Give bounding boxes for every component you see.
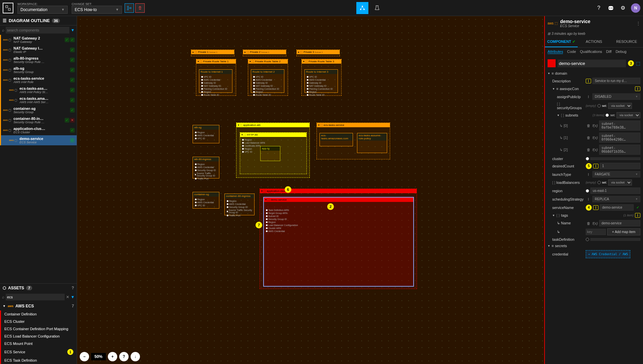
outline-item[interactable]: aws ⬡NAT Gateway 2NAT Gateway✓✓ — [0, 35, 77, 45]
workspace-select[interactable]: Documentation▼ — [17, 6, 68, 14]
svg-point-9 — [612, 7, 613, 8]
subtab-debug[interactable]: Debug — [616, 50, 626, 54]
zoom-controls: − 50% + ? ↓ — [80, 352, 140, 361]
outline-item[interactable]: aws ⬡demo-serviceECS Service✓ — [0, 135, 77, 145]
outline-header: ☰ DIAGRAM OUTLINE 36 — [0, 16, 77, 25]
more-icon[interactable]: ⋮ — [636, 21, 640, 26]
workspace-label: WORKSPACE: — [17, 2, 68, 6]
name-input[interactable] — [558, 60, 626, 67]
marker-3: 3 — [628, 60, 634, 66]
add-map-button[interactable]: + Add map item — [607, 228, 640, 235]
check-icon: ✓ — [635, 205, 640, 210]
outline-item[interactable]: aws ⬡container-80-in…Security Group Rule… — [0, 115, 77, 125]
section-tags[interactable]: ▼{ }tags(1 item)I — [548, 212, 640, 219]
outline-item[interactable]: aws ⬡ecs-tasks-serviceAWS IAM Role✓ — [0, 75, 77, 85]
svg-point-8 — [610, 7, 611, 8]
edit-icon[interactable]: I — [593, 164, 598, 168]
search-input[interactable] — [6, 27, 69, 33]
asset-item[interactable]: ECS Service1 — [1, 347, 77, 357]
filter-icon[interactable]: ▼ — [71, 28, 75, 32]
delete-button[interactable] — [135, 3, 145, 13]
frame-icon[interactable]: ⬚ — [636, 61, 640, 66]
credential-box[interactable]: ⊸ AWS Credential / AWS — [586, 250, 630, 258]
asset-category[interactable]: ▼ aws AWS ECS 7 — [0, 302, 77, 310]
section-domain[interactable]: ▼≡domain — [548, 70, 640, 77]
asset-item[interactable]: Container Definition — [1, 310, 77, 318]
servicename-input[interactable]: demo-service — [600, 204, 634, 211]
avatar[interactable]: N — [631, 3, 640, 13]
merge-button[interactable] — [125, 3, 134, 13]
canvas[interactable]: ▸ ⬚Private 1Subnet 1 ▸ ⬚Private 2Subnet … — [77, 16, 544, 364]
section-awsvpc[interactable]: ▼≡awsvpcConI — [548, 85, 640, 92]
key-input[interactable] — [586, 229, 606, 235]
outline-item[interactable]: aws ⬡application-clus…ECS Cluster✓ — [0, 125, 77, 135]
edit-icon[interactable]: I — [586, 95, 591, 99]
app-logo[interactable] — [3, 3, 13, 13]
diagram-tab[interactable] — [356, 2, 368, 14]
asset-item[interactable]: ECS Cluster — [1, 318, 77, 325]
asset-item[interactable]: ECS Mount Point — [1, 340, 77, 347]
asset-item[interactable]: ECS Load Balancer Configuration — [1, 333, 77, 340]
assignip-select[interactable]: DISABLED▼ — [592, 93, 640, 100]
tab-actions[interactable]: ACTIONS — [578, 37, 611, 47]
aws-icon: aws — [8, 304, 13, 308]
outline-item[interactable]: aws ⬡NAT Gateway I…Elastic IP✓ — [0, 45, 77, 55]
outline-item[interactable]: aws ⬡ecs-tasks-ass…AWS IAM Policy St…✓ — [0, 85, 77, 95]
desc-input[interactable]: Service to run my d… — [592, 78, 640, 84]
zoom-in-button[interactable]: + — [108, 352, 117, 361]
asset-item[interactable]: ECS Task Definition — [1, 357, 77, 364]
socket-select[interactable]: via socket — [608, 103, 632, 109]
section-secrets[interactable]: ▼≡secrets — [548, 242, 640, 249]
marker-2: 2 — [327, 203, 334, 210]
svg-rect-0 — [6, 6, 8, 8]
zoom-down-button[interactable]: ↓ — [131, 352, 140, 361]
section-subnets[interactable]: ▼[ ]subnets(3 items)set:via socket — [548, 111, 640, 120]
help-icon[interactable]: ? — [72, 286, 74, 290]
marker-5: 5 — [586, 163, 592, 169]
edit-icon[interactable]: I — [593, 205, 598, 210]
svg-point-6 — [360, 9, 361, 10]
subtab-code[interactable]: Code — [567, 50, 576, 54]
subtab-diff[interactable]: Diff — [606, 50, 612, 54]
sched-select[interactable]: REPLICA▼ — [592, 196, 640, 202]
svg-point-5 — [362, 6, 363, 7]
filter-icon[interactable]: ▼ — [71, 295, 75, 299]
region-input[interactable]: us-east-1 — [590, 188, 640, 194]
tab-component[interactable]: COMPONENT ✓ — [545, 37, 578, 47]
tab-resource[interactable]: RESOURCE — [610, 37, 643, 47]
assets-header: ⬡ ASSETS 7 ? — [0, 283, 77, 292]
zoom-help-button[interactable]: ? — [119, 352, 129, 361]
asset-item[interactable]: ECS Container Definition Port Mapping — [1, 325, 77, 333]
cluster-input[interactable] — [590, 157, 640, 160]
subtab-attributes[interactable]: Attributes — [548, 50, 563, 54]
outline-item[interactable]: aws ⬡ecs-tasks.ama…AWS IAM AWS Ser…✓ — [0, 95, 77, 105]
launch-select[interactable]: FARGATE▼ — [592, 171, 640, 177]
trash-icon[interactable]: 🗑 — [586, 221, 591, 225]
search-icon: ⌕ — [2, 295, 4, 299]
discord-icon[interactable] — [607, 4, 615, 12]
outline-item[interactable]: aws ⬡container-sgSecurity Group✓ — [0, 105, 77, 115]
clear-icon[interactable]: ✕ — [66, 295, 69, 299]
gear-icon[interactable]: ⚙ — [619, 4, 627, 12]
changeset-select[interactable]: ECS How-to▼ — [72, 6, 122, 14]
taskdef-input[interactable] — [590, 238, 640, 241]
lab-tab[interactable] — [371, 2, 383, 14]
color-swatch[interactable] — [548, 59, 556, 67]
svg-point-3 — [127, 9, 129, 10]
svg-point-4 — [130, 7, 131, 9]
fx-icon[interactable]: f(x) — [592, 221, 598, 225]
outline-item[interactable]: aws ⬡alb-80-ingressSecurity Group Rule …… — [0, 55, 77, 65]
edit-icon[interactable]: I — [586, 79, 591, 83]
plus-icon: ⊞ — [548, 32, 550, 35]
assets-list: Container DefinitionECS ClusterECS Conta… — [0, 310, 77, 364]
subtab-qualifications[interactable]: Qualifications — [580, 50, 602, 54]
outline-item[interactable]: aws ⬡alb-sgSecurity Group✓ — [0, 65, 77, 75]
marker-7: 7 — [256, 222, 262, 228]
assets-search-input[interactable] — [6, 294, 65, 300]
desired-input[interactable]: 1 — [600, 163, 640, 169]
zoom-out-button[interactable]: − — [80, 352, 89, 361]
component-name: demo-service — [560, 19, 634, 24]
help-icon[interactable]: ? — [595, 4, 603, 12]
aws-icon: aws ⬚ — [548, 21, 558, 25]
chevron-down-icon: ▼ — [3, 304, 6, 308]
